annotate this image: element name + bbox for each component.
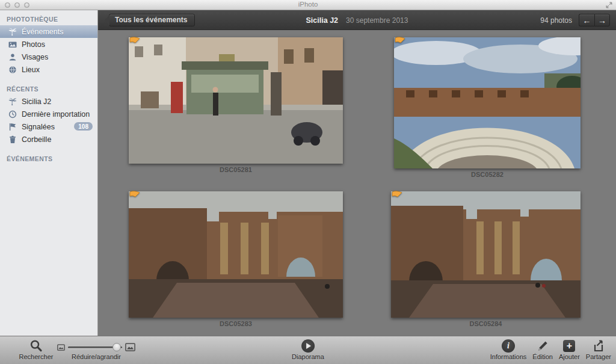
next-event-button[interactable]: →	[594, 14, 610, 26]
play-icon	[301, 339, 315, 353]
back-chevron-icon	[105, 15, 109, 26]
photo-caption: DSC05283	[129, 320, 343, 327]
photo-image-ruins-sea	[391, 191, 581, 318]
iphoto-window: iPhoto PHOTOTHÈQUE Événements Photos	[0, 0, 616, 364]
window-title: iPhoto	[0, 1, 616, 8]
sidebar-item-label: Signalées	[22, 123, 55, 131]
toolbar-right-group: i Informations Édition + Ajouter	[490, 339, 611, 360]
zoom-slider-label: Réduire/agrandir	[72, 353, 121, 360]
flagged-count-badge: 108	[74, 122, 93, 131]
sidebar-item-label: Sicilia J2	[22, 97, 51, 106]
sidebar-item-events[interactable]: Événements	[0, 25, 97, 38]
photo-thumbnail-dsc05284[interactable]: DSC05284	[391, 191, 581, 318]
sidebar-item-label: Lieux	[22, 66, 40, 74]
info-button[interactable]: i Informations	[490, 339, 527, 360]
sidebar-item-last-import[interactable]: Dernière importation	[0, 108, 97, 120]
flagged-marker-icon	[128, 36, 142, 49]
photo-image-ruins	[129, 191, 343, 318]
event-header-bar: Tous les événements Sicilia J2 30 septem…	[98, 10, 616, 30]
flag-icon	[8, 122, 17, 132]
zoom-slider-thumb[interactable]	[112, 343, 121, 351]
sidebar-item-label: Dernière importation	[22, 110, 90, 119]
sidebar: PHOTOTHÈQUE Événements Photos Visages	[0, 10, 98, 336]
zoom-slider-group: Réduire/agrandir	[55, 342, 137, 360]
palm-icon	[8, 97, 17, 106]
photo-count: 94 photos	[540, 16, 572, 25]
slideshow-button[interactable]: Diaporama	[292, 339, 324, 360]
flagged-marker-icon	[128, 190, 142, 203]
sidebar-section-library: PHOTOTHÈQUE	[0, 10, 97, 25]
sidebar-item-label: Événements	[22, 28, 63, 36]
edit-label: Édition	[532, 353, 553, 360]
info-label: Informations	[490, 353, 527, 360]
events-palm-icon	[8, 27, 17, 37]
sidebar-item-photos[interactable]: Photos	[0, 38, 97, 51]
plus-icon: +	[563, 340, 575, 352]
sidebar-section-events: ÉVÉNEMENTS	[0, 146, 97, 165]
event-content-area: Tous les événements Sicilia J2 30 septem…	[98, 10, 616, 336]
search-icon	[29, 339, 43, 353]
photo-thumbnail-dsc05282[interactable]: DSC05282	[394, 37, 581, 168]
event-nav-arrows: ← →	[579, 14, 610, 26]
clock-icon	[8, 110, 17, 119]
sidebar-item-places[interactable]: Lieux	[0, 63, 97, 76]
photo-caption: DSC05282	[394, 171, 581, 178]
globe-icon	[8, 65, 17, 75]
fullscreen-icon[interactable]	[605, 1, 613, 9]
pencil-icon	[536, 339, 549, 353]
flagged-marker-icon	[390, 190, 404, 203]
search-button[interactable]: Rechercher	[13, 339, 59, 360]
photo-thumbnail-dsc05281[interactable]: DSC05281	[129, 37, 343, 164]
zoom-slider-track[interactable]	[68, 347, 122, 348]
titlebar: iPhoto	[0, 0, 616, 10]
sidebar-item-sicilia-j2[interactable]: Sicilia J2	[0, 95, 97, 108]
bottom-toolbar: Rechercher Réduire/agrandir	[0, 336, 616, 364]
photos-icon	[8, 40, 17, 49]
back-button-label: Tous les événements	[115, 16, 188, 24]
share-label: Partager	[586, 353, 611, 360]
event-title: Sicilia J2	[306, 16, 339, 25]
all-events-back-button[interactable]: Tous les événements	[109, 14, 195, 26]
sidebar-item-faces[interactable]: Visages	[0, 51, 97, 63]
sidebar-item-label: Corbeille	[22, 135, 51, 144]
photo-thumbnail-dsc05283[interactable]: DSC05283	[129, 191, 343, 318]
trash-icon	[8, 135, 17, 144]
zoom-out-thumbnail-icon[interactable]	[57, 344, 65, 351]
photo-image-street-kiosk	[129, 37, 343, 164]
sidebar-item-trash[interactable]: Corbeille	[0, 133, 97, 146]
add-button[interactable]: + Ajouter	[559, 339, 580, 360]
edit-button[interactable]: Édition	[532, 339, 553, 360]
zoom-in-thumbnail-icon[interactable]	[125, 343, 135, 351]
share-icon	[592, 339, 605, 353]
sidebar-item-label: Photos	[22, 40, 45, 49]
slideshow-label: Diaporama	[292, 353, 324, 360]
photo-caption: DSC05281	[129, 166, 343, 173]
sidebar-item-flagged[interactable]: Signalées 108	[0, 120, 97, 133]
photo-image-greek-theatre	[394, 37, 581, 168]
flagged-marker-icon	[393, 36, 407, 49]
photo-caption: DSC05284	[391, 320, 581, 327]
sidebar-item-label: Visages	[22, 53, 48, 61]
previous-event-button[interactable]: ←	[579, 14, 594, 26]
add-label: Ajouter	[559, 353, 580, 360]
search-label: Rechercher	[19, 353, 54, 360]
event-date: 30 septembre 2013	[346, 16, 408, 25]
share-button[interactable]: Partager	[586, 339, 611, 360]
person-icon	[8, 52, 17, 62]
info-icon: i	[502, 339, 515, 353]
sidebar-section-recents: RÉCENTS	[0, 76, 97, 95]
